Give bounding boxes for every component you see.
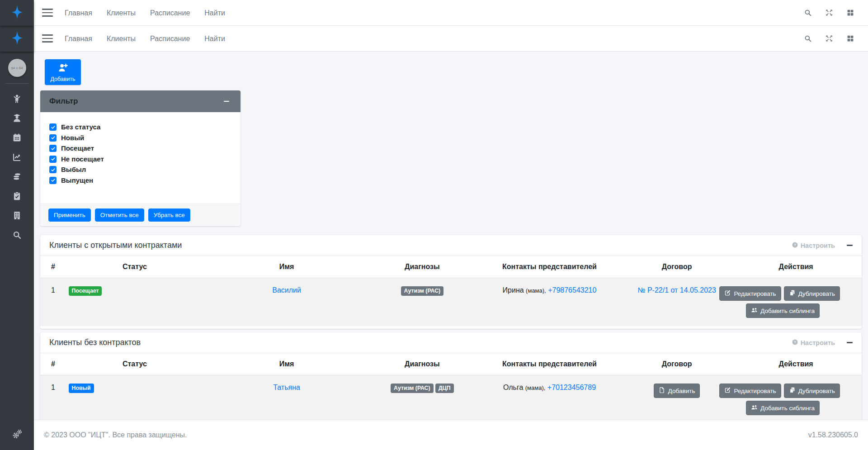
contact-name: Ирина xyxy=(503,286,524,294)
expand-icon[interactable] xyxy=(821,5,837,20)
nav-link-clients[interactable]: Клиенты xyxy=(99,0,143,26)
copy-icon xyxy=(789,289,796,298)
configure-link[interactable]: ?Настроить xyxy=(792,339,835,347)
duplicate-button[interactable]: Дублировать xyxy=(784,384,840,398)
content-area: Добавить Фильтр Без статуса Новый Посеща… xyxy=(34,52,868,420)
filter-option-left[interactable]: Выбыл xyxy=(49,166,231,174)
filter-option-attending[interactable]: Посещает xyxy=(49,145,231,152)
column-header-actions: Действия xyxy=(730,353,862,375)
sidebar-item-specialists[interactable] xyxy=(0,109,34,129)
checkbox-checked-icon[interactable] xyxy=(49,134,57,142)
contact-relation: (мама), xyxy=(526,287,546,294)
column-header-name: Имя xyxy=(204,353,368,375)
client-name-link[interactable]: Василий xyxy=(272,286,301,294)
column-header-name: Имя xyxy=(204,256,368,278)
filter-title: Фильтр xyxy=(49,97,78,106)
diagnosis-badge: ДЦП xyxy=(435,384,454,393)
filter-collapse-button[interactable] xyxy=(222,96,231,106)
edit-button[interactable]: Редактировать xyxy=(719,384,781,398)
nav-link-schedule[interactable]: Расписание xyxy=(143,26,197,52)
file-icon xyxy=(659,387,665,395)
nav-link-find[interactable]: Найти xyxy=(197,26,232,52)
sidebar-item-finance[interactable] xyxy=(0,168,34,187)
avatar[interactable]: 64 x 64 xyxy=(8,59,26,77)
checkbox-checked-icon[interactable] xyxy=(49,166,57,173)
card-header: Клиенты без контрактов ?Настроить xyxy=(40,332,862,353)
sidebar: 64 x 64 xyxy=(0,0,34,450)
filter-body: Без статуса Новый Посещает Не посещает В… xyxy=(40,112,241,204)
add-sibling-button[interactable]: Добавить сиблинга xyxy=(746,303,820,318)
contact-phone-link[interactable]: +70123456789 xyxy=(547,384,596,391)
sidebar-menu xyxy=(0,86,34,420)
add-contract-button[interactable]: Добавить xyxy=(654,384,700,398)
checkbox-checked-icon[interactable] xyxy=(49,145,57,152)
diagnosis-badge: Аутизм (РАС) xyxy=(401,286,444,296)
minus-icon xyxy=(847,245,853,246)
sparkle-diamond-icon xyxy=(12,31,23,47)
diagnoses-cell: Аутизм (РАС) ДЦП xyxy=(369,375,476,420)
grid-icon[interactable] xyxy=(843,31,858,46)
nav-link-clients[interactable]: Клиенты xyxy=(99,26,143,52)
child-icon xyxy=(12,94,22,105)
filter-option-graduated[interactable]: Выпущен xyxy=(49,177,231,185)
nav-link-schedule[interactable]: Расписание xyxy=(143,0,197,26)
clients-open-contracts-card: Клиенты с открытыми контрактами ?Настрои… xyxy=(40,235,862,329)
actions-cell: Редактировать Дублировать Добавить сибли… xyxy=(730,375,862,420)
brand-logo[interactable] xyxy=(0,0,34,26)
hamburger-menu-icon[interactable] xyxy=(42,9,53,17)
contact-relation: (мама), xyxy=(525,384,546,391)
column-header-contacts: Контакты представителей xyxy=(476,353,623,375)
uncheck-all-button[interactable]: Убрать все xyxy=(148,208,190,222)
clients-no-contracts-table: # Статус Имя Диагнозы Контакты представи… xyxy=(40,353,862,420)
search-icon[interactable] xyxy=(800,5,816,20)
checkbox-checked-icon[interactable] xyxy=(49,177,57,184)
filter-card: Фильтр Без статуса Новый Посещает Не пос… xyxy=(40,90,241,226)
client-name-link[interactable]: Татьяна xyxy=(273,384,300,391)
sidebar-item-schedule[interactable] xyxy=(0,129,34,148)
sidebar-item-search[interactable] xyxy=(0,226,34,246)
column-header-contract: Договор xyxy=(623,353,730,375)
column-header-num: # xyxy=(40,353,65,375)
add-client-button[interactable]: Добавить xyxy=(45,59,81,85)
clients-open-contracts-table: # Статус Имя Диагнозы Контакты представи… xyxy=(40,256,862,326)
sidebar-item-organization[interactable] xyxy=(0,207,34,226)
nav-link-home[interactable]: Главная xyxy=(57,26,99,52)
sparkle-diamond-icon xyxy=(12,5,23,21)
column-header-status: Статус xyxy=(65,256,205,278)
filter-option-new[interactable]: Новый xyxy=(49,134,231,142)
column-header-diagnoses: Диагнозы xyxy=(369,256,476,278)
user-plus-icon xyxy=(57,62,68,75)
search-icon[interactable] xyxy=(800,31,816,46)
contact-phone-link[interactable]: +79876543210 xyxy=(548,286,596,294)
sidebar-item-tasks[interactable] xyxy=(0,187,34,207)
edit-icon xyxy=(724,387,731,395)
apply-button[interactable]: Применить xyxy=(48,208,91,222)
checkbox-checked-icon[interactable] xyxy=(49,123,57,131)
gears-icon[interactable] xyxy=(12,429,23,441)
sidebar-item-reports[interactable] xyxy=(0,148,34,168)
card-collapse-button[interactable] xyxy=(847,342,853,343)
edit-button[interactable]: Редактировать xyxy=(719,286,781,301)
checkbox-checked-icon[interactable] xyxy=(49,156,57,163)
nav-link-find[interactable]: Найти xyxy=(197,0,232,26)
sidebar-item-clients[interactable] xyxy=(0,90,34,109)
add-sibling-button[interactable]: Добавить сиблинга xyxy=(746,401,820,415)
nav-link-home[interactable]: Главная xyxy=(57,0,99,26)
status-badge: Посещает xyxy=(69,286,102,296)
card-collapse-button[interactable] xyxy=(847,245,853,246)
expand-icon[interactable] xyxy=(821,31,837,46)
column-header-contacts: Контакты представителей xyxy=(476,256,623,278)
filter-option-no-status[interactable]: Без статуса xyxy=(49,123,231,131)
filter-option-not-attending[interactable]: Не посещает xyxy=(49,156,231,163)
grid-icon[interactable] xyxy=(843,5,858,20)
hamburger-menu-icon[interactable] xyxy=(42,34,53,43)
column-header-status: Статус xyxy=(65,353,205,375)
filter-card-header: Фильтр xyxy=(40,90,241,112)
card-header: Клиенты с открытыми контрактами ?Настрои… xyxy=(40,235,862,256)
brand-logo-duplicate[interactable] xyxy=(0,26,34,52)
configure-link[interactable]: ?Настроить xyxy=(792,242,835,250)
copy-icon xyxy=(789,387,796,395)
contract-link[interactable]: № Р-22/1 от 14.05.2023 xyxy=(637,286,716,294)
duplicate-button[interactable]: Дублировать xyxy=(784,286,840,301)
check-all-button[interactable]: Отметить все xyxy=(95,208,144,222)
